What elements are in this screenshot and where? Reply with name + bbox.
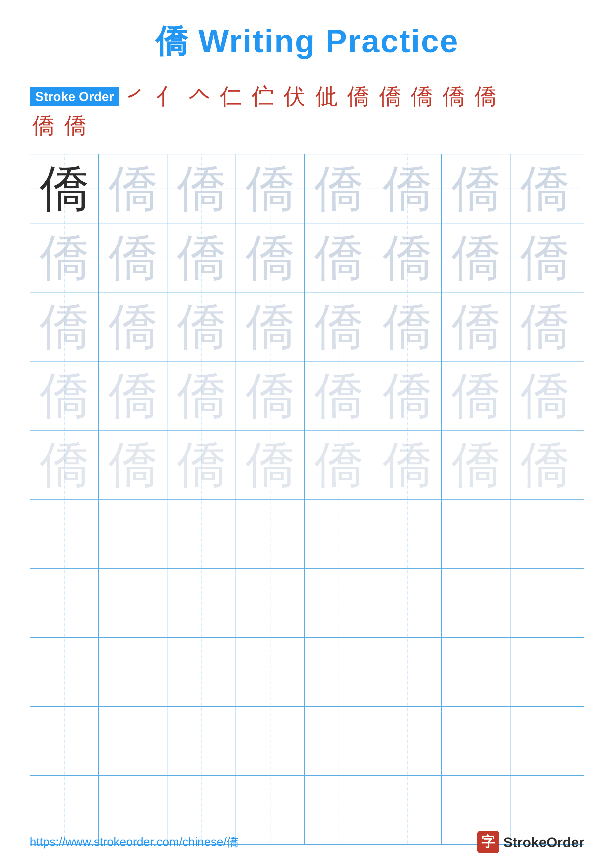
grid-cell[interactable]	[236, 638, 305, 706]
grid-cell[interactable]: 僑	[30, 154, 99, 223]
grid-cell[interactable]: 僑	[99, 361, 168, 430]
grid-cell[interactable]	[510, 707, 579, 775]
grid-cell[interactable]	[305, 569, 373, 637]
grid-cell[interactable]	[373, 707, 442, 775]
practice-grid: 僑 僑 僑 僑 僑 僑 僑 僑	[30, 154, 584, 845]
grid-cell[interactable]	[30, 638, 99, 706]
grid-cell[interactable]: 僑	[99, 223, 168, 292]
grid-cell[interactable]: 僑	[99, 431, 168, 499]
grid-cell[interactable]: 僑	[168, 293, 236, 361]
grid-cell[interactable]	[99, 638, 168, 706]
grid-cell[interactable]: 僑	[510, 361, 579, 430]
grid-cell[interactable]	[442, 638, 510, 706]
grid-cell[interactable]	[30, 499, 99, 568]
grid-cell[interactable]: 僑	[373, 293, 442, 361]
grid-cell[interactable]	[236, 499, 305, 568]
grid-cell[interactable]: 僑	[510, 431, 579, 499]
grid-cell[interactable]: 僑	[168, 154, 236, 223]
grid-cell[interactable]: 僑	[30, 361, 99, 430]
grid-cell[interactable]: 僑	[99, 154, 168, 223]
grid-cell[interactable]	[442, 499, 510, 568]
grid-cell[interactable]	[30, 707, 99, 775]
grid-cell[interactable]: 僑	[30, 431, 99, 499]
grid-cell[interactable]	[373, 638, 442, 706]
grid-cell[interactable]	[30, 569, 99, 637]
grid-cell[interactable]: 僑	[305, 154, 373, 223]
grid-cell[interactable]: 僑	[168, 361, 236, 430]
logo-icon: 字	[477, 831, 499, 853]
character-guide: 僑	[383, 293, 432, 360]
grid-cell[interactable]	[373, 499, 442, 568]
grid-cell[interactable]: 僑	[236, 154, 305, 223]
grid-cell[interactable]: 僑	[305, 223, 373, 292]
character-dark: 僑	[40, 155, 89, 222]
grid-cell[interactable]: 僑	[305, 293, 373, 361]
grid-cell[interactable]: 僑	[168, 223, 236, 292]
grid-cell[interactable]	[442, 569, 510, 637]
grid-cell[interactable]	[168, 499, 236, 568]
grid-cell[interactable]	[99, 569, 168, 637]
character-guide: 僑	[177, 293, 226, 360]
character-guide: 僑	[108, 431, 158, 498]
character-guide: 僑	[314, 293, 364, 360]
character-guide: 僑	[246, 155, 295, 222]
grid-cell[interactable]: 僑	[510, 293, 579, 361]
grid-cell[interactable]: 僑	[30, 293, 99, 361]
grid-cell[interactable]	[236, 569, 305, 637]
grid-cell[interactable]	[305, 707, 373, 775]
grid-row: 僑 僑 僑 僑 僑 僑 僑 僑	[30, 223, 584, 293]
stroke-order-badge: Stroke Order	[30, 87, 120, 106]
grid-cell[interactable]: 僑	[373, 431, 442, 499]
grid-cell[interactable]: 僑	[236, 431, 305, 499]
character-guide: 僑	[177, 225, 226, 291]
character-guide: 僑	[383, 155, 432, 222]
grid-cell[interactable]: 僑	[442, 223, 510, 292]
grid-cell[interactable]	[168, 638, 236, 706]
grid-cell[interactable]: 僑	[373, 223, 442, 292]
grid-cell[interactable]: 僑	[442, 154, 510, 223]
character-guide: 僑	[246, 293, 295, 360]
grid-cell[interactable]	[305, 499, 373, 568]
grid-cell[interactable]	[510, 638, 579, 706]
grid-cell[interactable]: 僑	[168, 431, 236, 499]
character-guide: 僑	[520, 431, 570, 498]
character-guide: 僑	[177, 155, 226, 222]
grid-cell[interactable]: 僑	[236, 223, 305, 292]
grid-cell[interactable]	[99, 499, 168, 568]
character-guide: 僑	[40, 293, 89, 360]
grid-cell[interactable]	[168, 707, 236, 775]
grid-cell[interactable]: 僑	[373, 154, 442, 223]
grid-cell[interactable]	[442, 707, 510, 775]
character-guide: 僑	[108, 363, 158, 429]
character-guide: 僑	[451, 363, 501, 429]
character-guide: 僑	[40, 225, 89, 291]
stroke-order-chars-line1: ㇒ 亻 𠆢 仁 伫 伏 佌 僑 僑 僑 僑 僑	[124, 83, 499, 110]
grid-cell[interactable]: 僑	[442, 361, 510, 430]
grid-cell[interactable]: 僑	[236, 361, 305, 430]
grid-cell[interactable]: 僑	[373, 361, 442, 430]
grid-cell[interactable]: 僑	[305, 361, 373, 430]
grid-row: 僑 僑 僑 僑 僑 僑 僑 僑	[30, 431, 584, 499]
grid-cell[interactable]: 僑	[305, 431, 373, 499]
stroke-order-chars-line2: 僑 僑	[30, 112, 89, 139]
grid-cell[interactable]: 僑	[442, 431, 510, 499]
grid-cell[interactable]: 僑	[442, 293, 510, 361]
grid-cell[interactable]	[168, 569, 236, 637]
character-guide: 僑	[314, 225, 364, 291]
stroke-order-section: Stroke Order ㇒ 亻 𠆢 仁 伫 伏 佌 僑 僑 僑 僑 僑 僑 僑	[30, 83, 584, 139]
character-guide: 僑	[177, 431, 226, 498]
grid-cell[interactable]	[305, 638, 373, 706]
grid-cell[interactable]	[373, 569, 442, 637]
grid-cell[interactable]: 僑	[236, 293, 305, 361]
grid-cell[interactable]: 僑	[510, 223, 579, 292]
grid-cell[interactable]: 僑	[99, 293, 168, 361]
grid-cell[interactable]	[510, 569, 579, 637]
footer-url[interactable]: https://www.strokeorder.com/chinese/僑	[30, 834, 238, 850]
grid-cell[interactable]: 僑	[510, 154, 579, 223]
grid-cell[interactable]: 僑	[30, 223, 99, 292]
grid-cell[interactable]	[510, 499, 579, 568]
character-guide: 僑	[451, 155, 501, 222]
character-guide: 僑	[451, 225, 501, 291]
grid-cell[interactable]	[99, 707, 168, 775]
grid-cell[interactable]	[236, 707, 305, 775]
